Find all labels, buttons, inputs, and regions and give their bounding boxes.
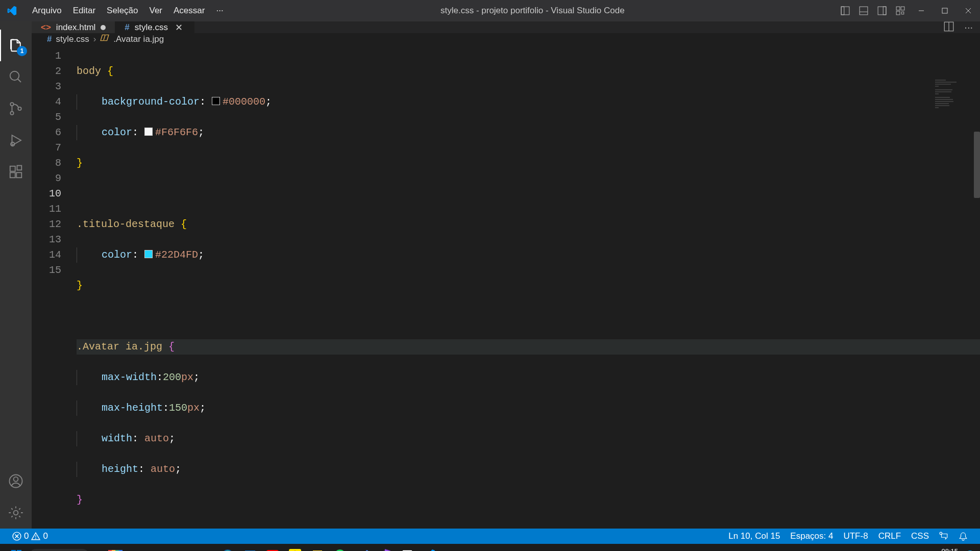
svg-rect-1 <box>841 7 844 15</box>
svg-point-26 <box>14 511 18 515</box>
color-swatch-icon[interactable] <box>144 128 153 136</box>
svg-rect-20 <box>10 166 15 171</box>
activity-bar: 1 <box>0 21 32 529</box>
html-file-icon: <> <box>41 22 51 33</box>
menu-arquivo[interactable]: Arquivo <box>27 6 67 16</box>
window-maximize-button[interactable] <box>933 0 957 21</box>
explorer-badge: 1 <box>17 46 27 56</box>
tab-index-html[interactable]: <> index.html <box>32 21 115 33</box>
activity-account[interactable] <box>0 465 32 497</box>
svg-rect-6 <box>896 7 900 10</box>
menu-more[interactable]: ··· <box>210 6 229 16</box>
activity-search[interactable] <box>0 61 32 93</box>
error-icon <box>12 532 21 541</box>
tab-style-css[interactable]: # style.css ✕ <box>115 21 194 33</box>
activity-explorer[interactable]: 1 <box>0 30 32 61</box>
breadcrumb-separator-icon: › <box>93 34 96 44</box>
editor-tabs: <> index.html # style.css ✕ ··· <box>32 21 980 33</box>
svg-rect-0 <box>841 7 849 15</box>
svg-rect-8 <box>896 11 900 15</box>
menu-acessar[interactable]: Acessar <box>168 6 210 16</box>
svg-rect-23 <box>17 166 22 170</box>
svg-point-14 <box>10 71 19 81</box>
svg-rect-9 <box>901 12 904 14</box>
minimap[interactable] <box>935 49 971 74</box>
svg-rect-22 <box>16 172 21 178</box>
color-swatch-icon[interactable] <box>144 250 153 258</box>
svg-point-16 <box>10 103 13 106</box>
window-title: style.css - projeto portifolio - Visual … <box>229 6 836 16</box>
svg-rect-11 <box>942 8 947 13</box>
unsaved-indicator-icon <box>101 25 106 30</box>
line-number-gutter: 123456789101112131415 <box>32 45 77 551</box>
svg-rect-2 <box>860 7 868 15</box>
more-actions-icon[interactable]: ··· <box>964 21 973 33</box>
code-lines[interactable]: body { background-color: #000000; color:… <box>77 45 980 551</box>
menu-selecao[interactable]: Seleção <box>101 6 143 16</box>
svg-point-17 <box>10 112 13 115</box>
tab-label: index.html <box>56 22 95 33</box>
menu-ver[interactable]: Ver <box>144 6 168 16</box>
editor-area: <> index.html # style.css ✕ ··· # style.… <box>32 21 980 529</box>
scrollbar[interactable] <box>974 132 980 198</box>
window-close-button[interactable] <box>957 0 980 21</box>
activity-run-debug[interactable] <box>0 124 32 156</box>
svg-rect-4 <box>878 7 886 15</box>
svg-point-18 <box>18 107 21 110</box>
code-editor[interactable]: 123456789101112131415 body { background-… <box>32 45 980 551</box>
css-file-icon: # <box>125 22 129 33</box>
svg-rect-7 <box>901 7 904 10</box>
breadcrumb-file[interactable]: style.css <box>56 34 89 44</box>
layout-panel-left-icon[interactable] <box>836 0 854 21</box>
svg-rect-21 <box>10 172 15 178</box>
start-button[interactable] <box>5 544 28 551</box>
tab-close-button[interactable]: ✕ <box>173 22 185 33</box>
svg-point-25 <box>14 477 18 482</box>
activity-extensions[interactable] <box>0 156 32 188</box>
svg-rect-5 <box>883 7 886 15</box>
vscode-logo-icon <box>6 5 17 16</box>
symbol-icon <box>100 33 109 45</box>
tab-label: style.css <box>135 22 168 33</box>
svg-line-15 <box>18 79 21 82</box>
css-file-icon: # <box>47 34 52 44</box>
window-minimize-button[interactable] <box>910 0 933 21</box>
activity-source-control[interactable] <box>0 93 32 124</box>
activity-settings[interactable] <box>0 497 32 529</box>
split-editor-icon[interactable] <box>944 21 954 33</box>
layout-panel-bottom-icon[interactable] <box>854 0 873 21</box>
breadcrumb[interactable]: # style.css › .Avatar ia.jpg <box>32 33 980 45</box>
titlebar: Arquivo Editar Seleção Ver Acessar ··· s… <box>0 0 980 21</box>
layout-panel-right-icon[interactable] <box>873 0 891 21</box>
breadcrumb-symbol[interactable]: .Avatar ia.jpg <box>113 34 164 44</box>
color-swatch-icon[interactable] <box>212 97 220 105</box>
layout-customize-icon[interactable] <box>891 0 910 21</box>
menu-editar[interactable]: Editar <box>67 6 101 16</box>
